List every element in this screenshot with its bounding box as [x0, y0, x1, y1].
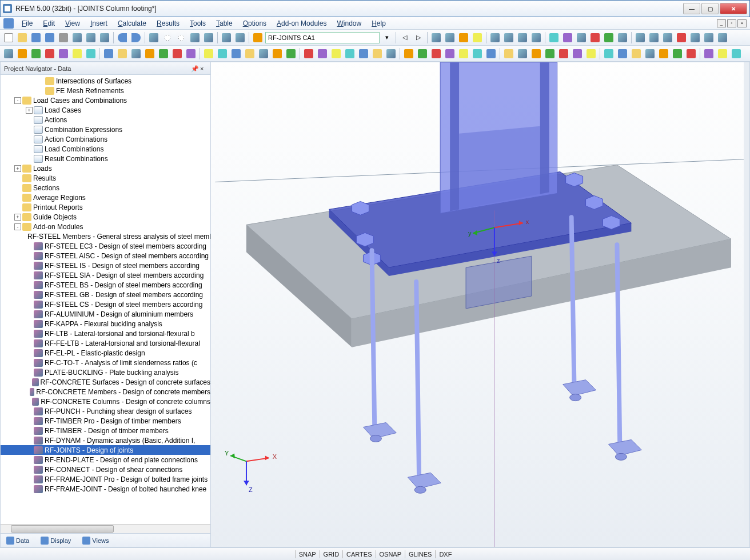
- toolbar2-button-15[interactable]: [216, 47, 229, 60]
- tree-node[interactable]: RF-DYNAM - Dynamic analysis (Basic, Addi…: [1, 435, 210, 445]
- tree-node[interactable]: Combination Expressions: [1, 125, 210, 134]
- expander-icon[interactable]: +: [14, 214, 21, 221]
- expander-icon[interactable]: +: [14, 165, 21, 172]
- toolbar2-button-43[interactable]: [616, 47, 629, 60]
- toolbar2-button-34[interactable]: [485, 47, 497, 60]
- mdi-minimize-button[interactable]: _: [717, 19, 726, 27]
- toolbar2-button-36[interactable]: [516, 47, 529, 60]
- toolbar2-button-50[interactable]: [716, 47, 729, 60]
- expander-icon[interactable]: +: [26, 107, 33, 114]
- cursor-button[interactable]: [147, 31, 160, 44]
- calc3-button[interactable]: [589, 31, 601, 44]
- menu-calculate[interactable]: Calculate: [113, 18, 151, 29]
- toolbar2-button-25[interactable]: [357, 47, 370, 60]
- status-glines[interactable]: GLINES: [405, 550, 435, 558]
- toolbar2-button-13[interactable]: [185, 47, 197, 60]
- toolbar2-button-11[interactable]: [157, 47, 170, 60]
- menu-options[interactable]: Options: [238, 18, 271, 29]
- toolbar2-button-29[interactable]: [416, 47, 429, 60]
- tree-node[interactable]: RF-C-TO-T - Analysis of limit slendernes…: [1, 358, 210, 367]
- status-dxf[interactable]: DXF: [435, 550, 455, 558]
- toolbar2-button-48[interactable]: [685, 47, 697, 60]
- tree-node[interactable]: RF-STEEL Members - General stress analys…: [1, 231, 210, 241]
- expander-icon[interactable]: -: [14, 97, 21, 104]
- combo-dropdown[interactable]: ▾: [381, 31, 393, 44]
- open-button[interactable]: [16, 31, 29, 44]
- tree-node[interactable]: RF-CONCRETE Members - Design of concrete…: [1, 387, 210, 397]
- toolbar2-button-17[interactable]: [244, 47, 256, 60]
- tables-button[interactable]: [220, 31, 233, 44]
- minimize-button[interactable]: —: [683, 3, 700, 14]
- view-label-button[interactable]: [471, 31, 484, 44]
- tree-node[interactable]: +Loads: [1, 163, 210, 173]
- zoom-button[interactable]: [161, 31, 174, 44]
- tree-node[interactable]: RF-PUNCH - Punching shear design of surf…: [1, 406, 210, 416]
- mesh-button[interactable]: [548, 31, 560, 44]
- toolbar2-button-7[interactable]: [102, 47, 115, 60]
- nav-prev-button[interactable]: ◁: [398, 31, 411, 44]
- tree-node[interactable]: -Add-on Modules: [1, 222, 210, 231]
- tree-node[interactable]: RF-STEEL GB - Design of steel members ac…: [1, 290, 210, 299]
- menu-edit[interactable]: Edit: [38, 18, 59, 29]
- view-wireframe-button[interactable]: [430, 31, 442, 44]
- tree-node[interactable]: Result Combinations: [1, 154, 210, 163]
- mdi-close-button[interactable]: ×: [737, 19, 747, 27]
- toolbar2-button-20[interactable]: [285, 47, 297, 60]
- close-button[interactable]: ✕: [720, 3, 747, 14]
- results-button[interactable]: [516, 31, 529, 44]
- calc4-button[interactable]: [603, 31, 615, 44]
- navigator-tree[interactable]: Intersections of SurfacesFE Mesh Refinem…: [1, 75, 210, 524]
- toolbar2-button-0[interactable]: [2, 47, 15, 60]
- toolbar2-button-14[interactable]: [202, 47, 215, 60]
- toolbar2-button-49[interactable]: [703, 47, 715, 60]
- tree-node[interactable]: RF-STEEL BS - Design of steel members ac…: [1, 280, 210, 290]
- tree-node[interactable]: RF-CONCRETE Surfaces - Design of concret…: [1, 377, 210, 387]
- menu-insert[interactable]: Insert: [86, 18, 112, 29]
- tree-node[interactable]: RF-TIMBER - Design of timber members: [1, 426, 210, 435]
- print-button[interactable]: [57, 31, 70, 44]
- tool2-button[interactable]: [648, 31, 660, 44]
- toolbar2-button-1[interactable]: [16, 47, 29, 60]
- toolbar2-button-38[interactable]: [544, 47, 556, 60]
- loads-button[interactable]: [502, 31, 515, 44]
- expander-icon[interactable]: -: [14, 223, 21, 230]
- tree-node[interactable]: FE Mesh Refinements: [1, 86, 210, 95]
- toolbar2-button-10[interactable]: [143, 47, 156, 60]
- tab-display[interactable]: Display: [37, 535, 74, 546]
- tree-node[interactable]: PLATE-BUCKLING - Plate buckling analysis: [1, 367, 210, 377]
- tree-node[interactable]: RF-KAPPA - Flexural buckling analysis: [1, 319, 210, 329]
- tree-node[interactable]: RF-FE-LTB - Lateral-torsional and torsio…: [1, 338, 210, 348]
- toolbar2-button-28[interactable]: [402, 47, 415, 60]
- calc-button[interactable]: [561, 31, 574, 44]
- tree-node[interactable]: RF-STEEL EC3 - Design of steel members a…: [1, 241, 210, 251]
- menu-view[interactable]: View: [61, 18, 85, 29]
- view-render-button[interactable]: [457, 31, 470, 44]
- calc2-button[interactable]: [575, 31, 588, 44]
- tree-node[interactable]: RF-JOINTS - Design of joints: [1, 445, 210, 455]
- undo-button[interactable]: [116, 31, 129, 44]
- toolbar2-button-30[interactable]: [430, 47, 442, 60]
- tree-node[interactable]: RF-CONCRETE Columns - Design of concrete…: [1, 397, 210, 406]
- module-browse-icon[interactable]: [252, 31, 264, 44]
- tree-node[interactable]: RF-END-PLATE - Design of end plate conne…: [1, 455, 210, 465]
- toolbar2-button-6[interactable]: [85, 47, 97, 60]
- toolbar2-button-4[interactable]: [57, 47, 70, 60]
- new-button[interactable]: [2, 31, 15, 44]
- toolbar2-button-22[interactable]: [316, 47, 329, 60]
- toolbar2-button-41[interactable]: [585, 47, 597, 60]
- nav-next-button[interactable]: ▷: [412, 31, 425, 44]
- toolbar2-button-35[interactable]: [502, 47, 515, 60]
- supports-button[interactable]: [489, 31, 501, 44]
- maximize-button[interactable]: ▢: [701, 3, 719, 14]
- toolbar2-button-2[interactable]: [30, 47, 42, 60]
- pin-icon[interactable]: 📌: [191, 65, 198, 72]
- printpreview-button[interactable]: [71, 31, 83, 44]
- save-button[interactable]: [30, 31, 42, 44]
- rotate-button[interactable]: [202, 31, 215, 44]
- tables2-button[interactable]: [234, 31, 246, 44]
- toolbar2-button-3[interactable]: [43, 47, 56, 60]
- status-cartes[interactable]: CARTES: [342, 550, 375, 558]
- toolbar2-button-24[interactable]: [344, 47, 356, 60]
- toolbar2-button-5[interactable]: [71, 47, 83, 60]
- tree-node[interactable]: Action Combinations: [1, 134, 210, 144]
